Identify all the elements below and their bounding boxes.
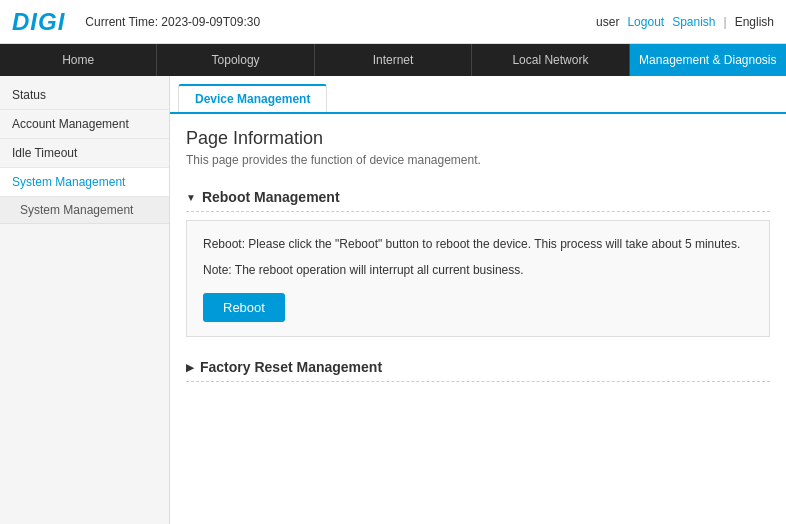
reboot-section-header[interactable]: ▼ Reboot Management	[186, 183, 770, 212]
page-info-title: Page Information	[186, 128, 770, 149]
reboot-line1: Reboot: Please click the "Reboot" button…	[203, 235, 753, 253]
sidebar-item-idle-timeout[interactable]: Idle Timeout	[0, 139, 169, 168]
factory-reset-section: ▶ Factory Reset Management	[186, 353, 770, 382]
header-right: user Logout Spanish | English	[596, 15, 774, 29]
reboot-section-arrow: ▼	[186, 192, 196, 203]
sidebar-item-status[interactable]: Status	[0, 81, 169, 110]
factory-reset-section-header[interactable]: ▶ Factory Reset Management	[186, 353, 770, 382]
reboot-button[interactable]: Reboot	[203, 293, 285, 322]
reboot-section-body: Reboot: Please click the "Reboot" button…	[186, 220, 770, 337]
sidebar: Status Account Management Idle Timeout S…	[0, 76, 170, 524]
logout-button[interactable]: Logout	[627, 15, 664, 29]
reboot-line2: Note: The reboot operation will interrup…	[203, 261, 753, 279]
nav-management-diagnosis[interactable]: Management & Diagnosis	[630, 44, 786, 76]
sidebar-item-system-management[interactable]: System Management	[0, 168, 169, 197]
nav-local-network[interactable]: Local Network	[472, 44, 629, 76]
sidebar-subitem-system-management[interactable]: System Management	[0, 197, 169, 224]
english-lang-button[interactable]: English	[735, 15, 774, 29]
current-time: Current Time: 2023-09-09T09:30	[85, 15, 596, 29]
header-user: user	[596, 15, 619, 29]
nav-internet[interactable]: Internet	[315, 44, 472, 76]
sidebar-item-account-management[interactable]: Account Management	[0, 110, 169, 139]
body: Status Account Management Idle Timeout S…	[0, 76, 786, 524]
content-area: Page Information This page provides the …	[170, 114, 786, 412]
reboot-section-title: Reboot Management	[202, 189, 340, 205]
tabs: Device Management	[170, 76, 786, 114]
tab-device-management[interactable]: Device Management	[178, 84, 327, 112]
page-info-desc: This page provides the function of devic…	[186, 153, 770, 167]
spanish-lang-button[interactable]: Spanish	[672, 15, 715, 29]
factory-reset-section-title: Factory Reset Management	[200, 359, 382, 375]
nav-home[interactable]: Home	[0, 44, 157, 76]
main-content: Device Management Page Information This …	[170, 76, 786, 524]
reboot-management-section: ▼ Reboot Management Reboot: Please click…	[186, 183, 770, 337]
digi-logo: DIGI	[12, 8, 65, 36]
lang-divider: |	[724, 15, 727, 29]
nav-topology[interactable]: Topology	[157, 44, 314, 76]
header: DIGI Current Time: 2023-09-09T09:30 user…	[0, 0, 786, 44]
main-nav: Home Topology Internet Local Network Man…	[0, 44, 786, 76]
factory-reset-section-arrow: ▶	[186, 362, 194, 373]
